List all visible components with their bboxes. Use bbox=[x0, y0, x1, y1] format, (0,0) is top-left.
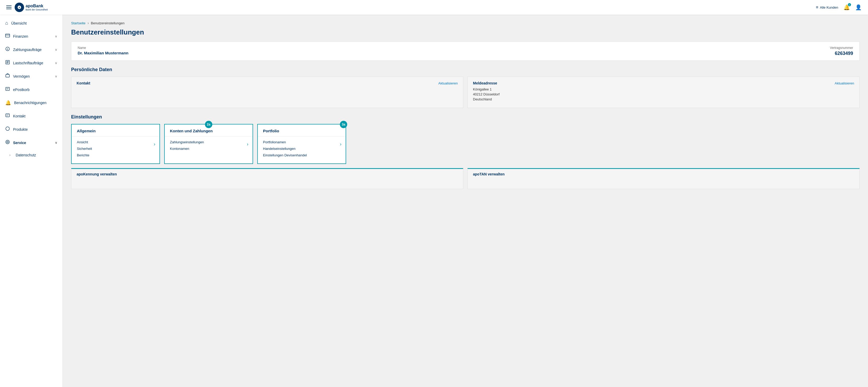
produkte-icon bbox=[5, 126, 10, 132]
contract-section: Vertragsnummer 6263499 bbox=[830, 46, 853, 56]
portfolio-item-handelseinstellungen[interactable]: Handelseinstellungen bbox=[263, 147, 340, 151]
service-icon bbox=[5, 140, 10, 146]
allgemein-card-header: Allgemein bbox=[72, 124, 159, 137]
sidebar-item-vermoegen[interactable]: Vermögen ∨ bbox=[0, 69, 62, 83]
chevron-down-icon: ∨ bbox=[55, 34, 57, 38]
portfolio-title: Portfolio bbox=[263, 129, 279, 133]
apokennung-title: apoKennung verwalten bbox=[71, 169, 463, 179]
sidebar-item-zahlungsauftraege[interactable]: € Zahlungsaufträge ∨ bbox=[0, 43, 62, 56]
sidebar-item-finanzen[interactable]: Finanzen ∨ bbox=[0, 30, 62, 43]
sidebar-item-service[interactable]: Service ∨ bbox=[0, 136, 62, 149]
portfolio-card: 3a Portfolio Portfolionamen Handelseinst… bbox=[257, 124, 346, 164]
sidebar-item-datenschutz[interactable]: › Datenschutz bbox=[0, 149, 62, 161]
meldeadresse-title: Meldeadresse bbox=[473, 81, 497, 85]
finanzen-icon bbox=[5, 33, 10, 39]
name-label: Name bbox=[78, 46, 128, 50]
sidebar-item-label: Lastschriftaufträge bbox=[13, 61, 52, 65]
zahlungen-icon: € bbox=[5, 47, 10, 53]
allgemein-item-sicherheit[interactable]: Sicherheit bbox=[77, 147, 154, 151]
address-country: Deutschland bbox=[473, 97, 854, 101]
einstellungen-title: Einstellungen bbox=[71, 114, 860, 120]
kontakt-card-header: Kontakt Aktualisieren bbox=[76, 81, 458, 85]
konten-arrow[interactable]: › bbox=[247, 141, 248, 147]
address-city: 40212 Düsseldorf bbox=[473, 92, 854, 96]
allgemein-arrow[interactable]: › bbox=[154, 141, 155, 147]
contract-value: 6263499 bbox=[830, 51, 853, 56]
avatar-icon: 👤 bbox=[855, 4, 862, 10]
sidebar-item-lastschrift[interactable]: Lastschriftaufträge ∨ bbox=[0, 56, 62, 69]
alle-kunden-label: Alle Kunden bbox=[820, 5, 838, 9]
epostkorb-icon bbox=[5, 87, 10, 93]
svg-rect-14 bbox=[6, 114, 9, 117]
allgemein-card: Allgemein Ansicht Sicherheit Berichte › bbox=[71, 124, 160, 164]
kontakt-title: Kontakt bbox=[76, 81, 90, 85]
logo-icon: a bbox=[14, 3, 24, 12]
sidebar-item-label: ePostkorb bbox=[13, 88, 57, 92]
sidebar-item-label: Benachrichtigungen bbox=[14, 101, 57, 105]
sidebar-item-label: Vermögen bbox=[13, 74, 52, 79]
svg-text:€: € bbox=[7, 48, 8, 51]
main-layout: ⌂ Übersicht Finanzen ∨ € Zahlungsaufträg… bbox=[0, 14, 868, 387]
logo[interactable]: a apoBank Bank der Gesundheit bbox=[14, 3, 48, 12]
address-street: Königallee 1 bbox=[473, 87, 854, 91]
portfolio-item-portfolionamen[interactable]: Portfolionamen bbox=[263, 140, 340, 144]
einstellungen-cards-row: Allgemein Ansicht Sicherheit Berichte › … bbox=[71, 124, 860, 164]
portfolio-header: Portfolio bbox=[258, 124, 346, 137]
chevron-down-icon: ∨ bbox=[55, 61, 57, 65]
svg-point-18 bbox=[6, 140, 9, 144]
sidebar-item-uebersicht[interactable]: ⌂ Übersicht bbox=[0, 17, 62, 30]
page-title: Benutzereinstellungen bbox=[71, 28, 860, 36]
konten-zahlungen-body: Zahlungseinstellungen Kontonamen bbox=[165, 137, 253, 157]
main-content: Startseite › Benutzereinstellungen Benut… bbox=[63, 14, 868, 387]
apotan-title: apoTAN verwalten bbox=[468, 169, 859, 179]
bottom-cards-row: apoKennung verwalten apoTAN verwalten bbox=[71, 168, 860, 189]
chevron-down-icon: ∨ bbox=[55, 48, 57, 52]
allgemein-item-berichte[interactable]: Berichte bbox=[77, 153, 154, 157]
apokennung-card: apoKennung verwalten bbox=[71, 168, 463, 189]
kontakt-card: Kontakt Aktualisieren bbox=[71, 77, 463, 108]
sidebar-item-label: Kontakt bbox=[13, 114, 57, 118]
breadcrumb-home[interactable]: Startseite bbox=[71, 21, 86, 25]
sidebar-item-label: Produkte bbox=[13, 127, 57, 131]
logo-name: apoBank bbox=[26, 4, 48, 8]
konten-item-kontonamen[interactable]: Kontonamen bbox=[170, 147, 247, 151]
logo-text: apoBank Bank der Gesundheit bbox=[26, 4, 48, 11]
kontakt-icon bbox=[5, 113, 10, 119]
kontakt-aktualisieren[interactable]: Aktualisieren bbox=[438, 81, 458, 85]
allgemein-card-body: Ansicht Sicherheit Berichte bbox=[72, 137, 159, 163]
top-navigation: a apoBank Bank der Gesundheit ≡ Alle Kun… bbox=[0, 0, 868, 14]
alle-kunden-button[interactable]: ≡ Alle Kunden bbox=[816, 5, 838, 10]
notification-bell[interactable]: 🔔 1 bbox=[843, 4, 850, 10]
sidebar: ⌂ Übersicht Finanzen ∨ € Zahlungsaufträg… bbox=[0, 14, 63, 387]
sidebar-item-benachrichtigungen[interactable]: 🔔 Benachrichtigungen bbox=[0, 96, 62, 109]
filter-icon: ≡ bbox=[816, 5, 818, 10]
konten-zahlungen-title: Konten und Zahlungen bbox=[170, 129, 213, 133]
sidebar-item-epostkorb[interactable]: ePostkorb bbox=[0, 83, 62, 96]
chevron-down-icon: ∨ bbox=[55, 75, 57, 78]
sidebar-item-label: Datenschutz bbox=[16, 153, 57, 157]
user-profile-icon[interactable]: 👤 bbox=[855, 4, 862, 10]
persoenliche-daten-row: Kontakt Aktualisieren Meldeadresse Aktua… bbox=[71, 77, 860, 108]
allgemein-item-ansicht[interactable]: Ansicht bbox=[77, 140, 154, 144]
meldeadresse-aktualisieren[interactable]: Aktualisieren bbox=[835, 81, 854, 85]
persoenliche-daten-title: Persönliche Daten bbox=[71, 67, 860, 72]
topnav-left: a apoBank Bank der Gesundheit bbox=[6, 3, 48, 12]
portfolio-item-devisenhandel[interactable]: Einstellungen Devisenhandel bbox=[263, 153, 340, 157]
konten-item-zahlungseinstellungen[interactable]: Zahlungseinstellungen bbox=[170, 140, 247, 144]
bell-icon: 🔔 bbox=[5, 100, 11, 106]
konten-zahlungen-badge: 2a bbox=[205, 121, 212, 128]
apotan-card: apoTAN verwalten bbox=[467, 168, 860, 189]
portfolio-arrow[interactable]: › bbox=[340, 141, 341, 147]
contract-label: Vertragsnummer bbox=[830, 46, 853, 50]
notification-badge: 1 bbox=[848, 3, 851, 6]
home-icon: ⌂ bbox=[5, 21, 8, 26]
hamburger-menu[interactable] bbox=[6, 5, 11, 9]
meldeadresse-card-header: Meldeadresse Aktualisieren bbox=[473, 81, 854, 85]
sidebar-item-label: Service bbox=[13, 141, 52, 145]
sidebar-item-kontakt[interactable]: Kontakt bbox=[0, 109, 62, 123]
allgemein-title: Allgemein bbox=[77, 129, 96, 133]
sidebar-item-label: Finanzen bbox=[13, 34, 52, 38]
sidebar-item-label: Zahlungsaufträge bbox=[13, 48, 52, 52]
sidebar-item-produkte[interactable]: Produkte bbox=[0, 123, 62, 136]
svg-rect-2 bbox=[5, 34, 10, 37]
